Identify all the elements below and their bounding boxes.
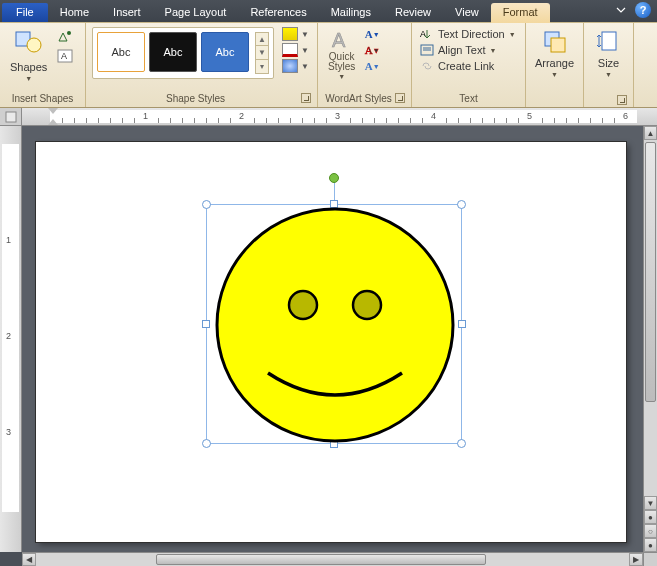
shape-style-preset-3[interactable]: Abc: [201, 32, 249, 72]
svg-rect-13: [6, 112, 16, 122]
shape-style-preset-2[interactable]: Abc: [149, 32, 197, 72]
ruler-number: 5: [527, 111, 532, 121]
resize-handle-r[interactable]: [458, 320, 466, 328]
create-link-label: Create Link: [438, 60, 494, 72]
chevron-down-icon: ▼: [551, 71, 558, 78]
shape-outline-button[interactable]: ▼: [282, 43, 309, 57]
group-label-insert-shapes: Insert Shapes: [4, 91, 81, 107]
shape-style-preset-1[interactable]: Abc: [97, 32, 145, 72]
scroll-down-button[interactable]: ▼: [644, 496, 657, 510]
ruler-number: 6: [623, 111, 628, 121]
quick-styles-icon: A: [330, 29, 354, 51]
resize-handle-br[interactable]: [457, 439, 466, 448]
chevron-down-icon: ▼: [338, 73, 345, 80]
horizontal-scrollbar[interactable]: ◀ ▶: [22, 552, 643, 566]
prev-page-button[interactable]: ●: [644, 510, 657, 524]
tab-view[interactable]: View: [443, 3, 491, 22]
ruler-number: 3: [6, 427, 11, 437]
tab-page-layout[interactable]: Page Layout: [153, 3, 239, 22]
next-page-button[interactable]: ●: [644, 538, 657, 552]
link-icon: [420, 60, 434, 72]
smiley-shape[interactable]: [213, 205, 457, 445]
gallery-more[interactable]: ▾: [255, 60, 269, 74]
group-label-arrange: [530, 102, 579, 107]
scroll-up-button[interactable]: ▲: [644, 126, 657, 140]
resize-handle-l[interactable]: [202, 320, 210, 328]
document-area[interactable]: [22, 126, 643, 552]
svg-rect-12: [602, 32, 616, 50]
align-text-icon: [420, 44, 434, 56]
tab-home[interactable]: Home: [48, 3, 101, 22]
ruler-number: 1: [6, 235, 11, 245]
ruler-number: 1: [143, 111, 148, 121]
resize-handle-tr[interactable]: [457, 200, 466, 209]
shapes-icon: [15, 29, 43, 59]
shapes-label: Shapes: [10, 61, 47, 73]
size-icon: [597, 29, 621, 55]
shape-selection-box[interactable]: [206, 204, 462, 444]
tab-review[interactable]: Review: [383, 3, 443, 22]
scroll-left-button[interactable]: ◀: [22, 553, 36, 566]
group-label-size: [588, 99, 617, 104]
ribbon-tabs: File Home Insert Page Layout References …: [0, 0, 657, 22]
svg-rect-11: [551, 38, 565, 52]
gallery-scroll-up[interactable]: ▲: [255, 32, 269, 46]
svg-point-16: [353, 291, 381, 319]
tab-format[interactable]: Format: [491, 3, 550, 23]
svg-text:A: A: [332, 29, 346, 51]
vertical-scrollbar[interactable]: ▲ ▼ ● ○ ●: [643, 126, 657, 552]
tab-references[interactable]: References: [238, 3, 318, 22]
chevron-down-icon: ▼: [25, 75, 32, 82]
rotation-connector: [334, 181, 335, 201]
group-label-text: Text: [416, 91, 521, 107]
text-outline-button[interactable]: A▼: [363, 43, 381, 57]
text-box-button[interactable]: A: [55, 47, 75, 65]
group-label-shape-styles: Shape Styles: [90, 91, 301, 107]
arrange-button[interactable]: Arrange ▼: [527, 27, 582, 80]
ruler-number: 2: [239, 111, 244, 121]
ruler-number: 3: [335, 111, 340, 121]
quick-styles-button[interactable]: A Quick Styles ▼: [324, 27, 359, 82]
minimize-ribbon-icon[interactable]: [615, 4, 627, 16]
resize-handle-tl[interactable]: [202, 200, 211, 209]
quick-styles-label: Quick Styles: [328, 52, 355, 72]
help-icon[interactable]: ?: [635, 2, 651, 18]
shapes-gallery-button[interactable]: Shapes ▼: [6, 27, 51, 84]
vertical-scroll-thumb[interactable]: [645, 142, 656, 402]
text-effects-button[interactable]: A▼: [363, 59, 381, 73]
shape-effects-button[interactable]: ▼: [282, 59, 309, 73]
ribbon: Shapes ▼ A Insert Shapes Abc Abc Abc ▲: [0, 22, 657, 108]
svg-point-14: [217, 209, 453, 441]
vertical-ruler[interactable]: 123: [0, 126, 22, 552]
tab-insert[interactable]: Insert: [101, 3, 153, 22]
text-direction-button[interactable]: A Text Direction▼: [418, 27, 518, 41]
size-dialog-launcher[interactable]: [617, 95, 627, 105]
text-direction-label: Text Direction: [438, 28, 505, 40]
size-button[interactable]: Size ▼: [589, 27, 629, 80]
svg-point-1: [27, 38, 41, 52]
resize-handle-bl[interactable]: [202, 439, 211, 448]
horizontal-scroll-thumb[interactable]: [156, 554, 486, 565]
browse-object-button[interactable]: ○: [644, 524, 657, 538]
rotation-handle[interactable]: [329, 173, 339, 183]
align-text-button[interactable]: Align Text▼: [418, 43, 498, 57]
page[interactable]: [36, 142, 626, 542]
shape-styles-dialog-launcher[interactable]: [301, 93, 311, 103]
wordart-dialog-launcher[interactable]: [395, 93, 405, 103]
svg-point-2: [67, 31, 71, 35]
svg-text:A: A: [420, 29, 426, 39]
text-fill-button[interactable]: A▼: [363, 27, 381, 41]
shape-style-gallery[interactable]: Abc Abc Abc ▲ ▼ ▾: [92, 27, 274, 79]
scrollbar-corner: [643, 552, 657, 566]
svg-text:A: A: [61, 51, 67, 61]
tab-file[interactable]: File: [2, 3, 48, 22]
shape-fill-button[interactable]: ▼: [282, 27, 309, 41]
scroll-right-button[interactable]: ▶: [629, 553, 643, 566]
tab-mailings[interactable]: Mailings: [319, 3, 383, 22]
ruler-number: 2: [6, 331, 11, 341]
horizontal-ruler[interactable]: 123456: [22, 108, 657, 126]
gallery-scroll-down[interactable]: ▼: [255, 46, 269, 60]
align-text-label: Align Text: [438, 44, 486, 56]
edit-shape-button[interactable]: [55, 27, 75, 45]
ruler-corner[interactable]: [0, 108, 22, 126]
